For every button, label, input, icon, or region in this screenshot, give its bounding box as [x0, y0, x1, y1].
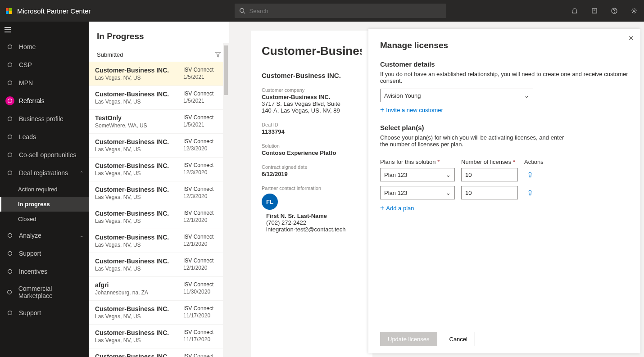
sidebar-item-analyze[interactable]: Analyze⌄ — [0, 226, 89, 244]
deal-location: Las Vegas, NV, US — [95, 194, 183, 200]
contact-phone: (702) 272-2422 — [266, 219, 362, 226]
deal-name: Customer-Business INC. — [95, 258, 183, 265]
address-line-2: 140-A, Las Vegas, US, NV, 89 — [262, 107, 362, 114]
deal-date: 11/30/2020 — [183, 289, 223, 295]
deal-type: ISV Connect — [183, 114, 223, 121]
svg-point-20 — [8, 290, 12, 294]
sidebar-item-deal-registrations[interactable]: Deal registrations⌃ — [0, 164, 89, 182]
manage-licenses-panel: ✕ Manage licenses Customer details If yo… — [368, 29, 640, 353]
deal-item[interactable]: Customer-Business INC.Las Vegas, NV, USI… — [89, 205, 229, 229]
license-count-input[interactable] — [461, 186, 518, 199]
deal-type: ISV Connect — [183, 305, 223, 312]
list-pane: In Progress Submitted Customer-Business … — [89, 22, 229, 357]
hamburger-icon[interactable] — [0, 22, 89, 38]
incentives-icon — [5, 267, 14, 276]
deal-item[interactable]: Customer-Business INC.Las Vegas, NV, USI… — [89, 86, 229, 110]
deal-item[interactable]: Customer-Business INC.Las Vegas, NV, USI… — [89, 62, 229, 86]
deal-id-label: Deal ID — [262, 122, 362, 127]
deal-item[interactable]: Customer-Business INC.Las Vegas, NV, USI… — [89, 348, 229, 357]
add-plan-link[interactable]: + Add a plan — [380, 204, 629, 212]
sidebar-item-label: CSP — [19, 61, 32, 68]
update-licenses-button[interactable]: Update licenses — [380, 332, 437, 346]
deal-item[interactable]: Customer-Business INC.Las Vegas, NV, USI… — [89, 301, 229, 325]
col-plan: Plans for this solution — [380, 158, 440, 165]
cancel-button[interactable]: Cancel — [442, 332, 475, 346]
sidebar-item-incentives[interactable]: Incentives — [0, 262, 89, 280]
help-icon[interactable] — [604, 0, 624, 22]
close-icon[interactable]: ✕ — [628, 34, 634, 42]
sidebar-item-referrals[interactable]: Referrals — [0, 92, 89, 110]
search-box[interactable] — [235, 4, 446, 18]
sidebar-item-leads[interactable]: Leads — [0, 128, 89, 146]
sidebar-item-support[interactable]: Support — [0, 304, 89, 322]
plan-grid: Plans for this solution Number of licens… — [380, 158, 629, 212]
deal-name: Customer-Business INC. — [95, 162, 183, 169]
deal-type: ISV Connect — [183, 138, 223, 145]
plan-row: Plan 123⌄ — [380, 168, 629, 181]
svg-point-18 — [8, 252, 12, 256]
col-count: Number of licenses — [461, 158, 515, 165]
deal-name: Customer-Business INC. — [95, 234, 183, 241]
solution-name: Contoso Experience Platfo — [262, 149, 362, 156]
chevron-icon: ⌄ — [80, 233, 83, 238]
deal-name: Customer-Business INC. — [95, 90, 183, 98]
settings-icon[interactable] — [624, 0, 644, 22]
deal-item[interactable]: afgriJohannesburg, na, ZAISV Connect11/3… — [89, 277, 229, 301]
deal-type: ISV Connect — [183, 90, 223, 97]
delete-icon[interactable] — [527, 190, 533, 196]
deal-type: ISV Connect — [183, 329, 223, 335]
customer-dropdown[interactable]: Avision Young ⌄ — [380, 89, 533, 102]
sidebar-item-commercial-marketplace[interactable]: Commercial Marketplace — [0, 280, 89, 304]
deal-location: Las Vegas, NV, US — [95, 99, 183, 105]
sidebar-item-label: Support — [19, 250, 41, 257]
deal-location: Las Vegas, NV, US — [95, 242, 183, 248]
deal-type: ISV Connect — [183, 210, 223, 216]
signed-date: 6/12/2019 — [262, 171, 362, 177]
sidebar-subitem-action-required[interactable]: Action required — [0, 182, 89, 197]
sync-icon[interactable] — [585, 0, 604, 22]
sidebar-subitem-closed[interactable]: Closed — [0, 212, 89, 226]
deal-item[interactable]: TestOnlySomeWhere, WA, USISV Connect1/5/… — [89, 110, 229, 134]
filter-icon[interactable] — [215, 52, 221, 58]
svg-point-13 — [8, 117, 12, 121]
plan-dropdown[interactable]: Plan 123⌄ — [380, 168, 455, 181]
detail-pane: Customer-Business INC. Customer-Business… — [251, 31, 372, 357]
license-count-input[interactable] — [461, 168, 518, 181]
sidebar-item-co-sell-opportunities[interactable]: Co-sell opportunities — [0, 146, 89, 164]
search-input[interactable] — [249, 8, 442, 14]
delete-icon[interactable] — [527, 172, 533, 178]
plan-row: Plan 123⌄ — [380, 186, 629, 199]
sidebar-item-mpn[interactable]: MPN — [0, 74, 89, 92]
deal-item[interactable]: Customer-Business INC.Las Vegas, NV, USI… — [89, 181, 229, 205]
deal-date: 12/3/2020 — [183, 169, 223, 176]
deal-item[interactable]: Customer-Business INC.Las Vegas, NV, USI… — [89, 325, 229, 348]
search-icon — [239, 8, 245, 14]
panel-footer: Update licenses Cancel — [380, 326, 629, 346]
partner-contact-label: Partner contact information — [262, 185, 362, 191]
sidebar-item-label: Home — [19, 43, 36, 50]
deal-item[interactable]: Customer-Business INC.Las Vegas, NV, USI… — [89, 229, 229, 253]
sidebar-item-home[interactable]: Home — [0, 38, 89, 56]
sidebar-item-business-profile[interactable]: Business profile — [0, 110, 89, 128]
deal-location: Las Vegas, NV, US — [95, 170, 183, 176]
notifications-icon[interactable] — [565, 0, 585, 22]
sidebar-item-label: Incentives — [19, 268, 47, 275]
sidebar-item-csp[interactable]: CSP — [0, 56, 89, 74]
document-icon — [5, 168, 14, 177]
sidebar-item-label: Referrals — [19, 97, 45, 104]
support-icon — [5, 249, 14, 258]
deal-item[interactable]: Customer-Business INC.Las Vegas, NV, USI… — [89, 253, 229, 277]
deal-name: Customer-Business INC. — [95, 210, 183, 217]
deal-date: 12/3/2020 — [183, 145, 223, 152]
invite-customer-link[interactable]: + Invite a new customer — [380, 106, 629, 114]
svg-point-5 — [633, 10, 635, 12]
sidebar-item-support[interactable]: Support — [0, 244, 89, 262]
deal-location: Las Vegas, NV, US — [95, 75, 183, 81]
sidebar-subitem-in-progress[interactable]: In progress — [0, 197, 89, 212]
deal-date: 1/5/2021 — [183, 74, 223, 80]
scrollbar[interactable] — [223, 43, 229, 357]
chevron-down-icon: ⌄ — [446, 190, 451, 196]
deal-item[interactable]: Customer-Business INC.Las Vegas, NV, USI… — [89, 158, 229, 181]
plan-dropdown[interactable]: Plan 123⌄ — [380, 186, 455, 199]
deal-item[interactable]: Customer-Business INC.Las Vegas, NV, USI… — [89, 134, 229, 158]
